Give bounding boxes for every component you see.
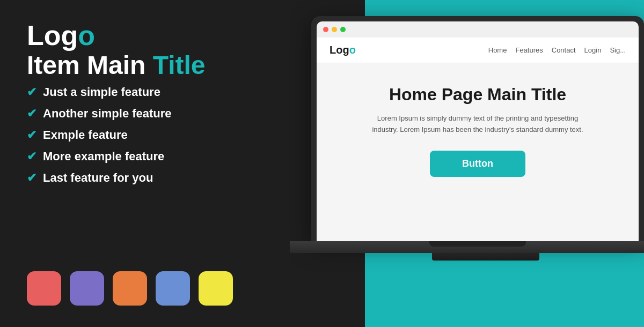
website-cta-button[interactable]: Button xyxy=(430,151,525,177)
nav-contact[interactable]: Contact xyxy=(552,46,576,54)
website-nav-links: Home Features Contact Login Sig... xyxy=(488,46,626,54)
nav-home[interactable]: Home xyxy=(488,46,507,54)
logo-accent: o xyxy=(78,20,95,51)
color-swatches xyxy=(27,271,263,306)
top-content: Logo Item Main Title ✔ Just a simple fea… xyxy=(27,21,263,192)
blue-swatch[interactable] xyxy=(156,271,190,306)
nav-signup[interactable]: Sig... xyxy=(610,46,626,54)
laptop-base xyxy=(290,241,644,253)
website-logo: Logo xyxy=(330,44,356,56)
right-panel: Logo Home Features Contact Login Sig... … xyxy=(290,0,644,327)
title-accent: Title xyxy=(153,51,206,79)
browser-bar xyxy=(317,21,639,38)
browser-dot-green xyxy=(340,27,346,32)
nav-login[interactable]: Login xyxy=(584,46,602,54)
laptop-mockup: Logo Home Features Contact Login Sig... … xyxy=(311,16,644,311)
website-content: Logo Home Features Contact Login Sig... … xyxy=(317,38,639,241)
feature-label: Last feature for you xyxy=(43,171,153,185)
check-icon: ✔ xyxy=(27,85,36,99)
logo-section: Logo Item Main Title xyxy=(27,21,263,80)
website-logo-accent: o xyxy=(349,44,356,56)
orange-swatch[interactable] xyxy=(113,271,147,306)
nav-features[interactable]: Features xyxy=(515,46,543,54)
main-title: Item Main Title xyxy=(27,51,263,80)
list-item: ✔ More example feature xyxy=(27,150,263,164)
yellow-swatch[interactable] xyxy=(199,271,233,306)
laptop-notch xyxy=(429,241,526,247)
feature-label: Another simple feature xyxy=(43,107,172,121)
red-swatch[interactable] xyxy=(27,271,61,306)
feature-label: Just a simple feature xyxy=(43,85,160,99)
laptop-screen-outer: Logo Home Features Contact Login Sig... … xyxy=(311,16,644,241)
list-item: ✔ Just a simple feature xyxy=(27,85,263,99)
website-main: Home Page Main Title Lorem Ipsum is simp… xyxy=(317,63,639,198)
list-item: ✔ Another simple feature xyxy=(27,107,263,121)
left-panel: Logo Item Main Title ✔ Just a simple fea… xyxy=(0,0,290,327)
check-icon: ✔ xyxy=(27,171,36,185)
logo-text: Logo xyxy=(27,21,263,49)
purple-swatch[interactable] xyxy=(70,271,104,306)
browser-dot-yellow xyxy=(332,27,337,32)
list-item: ✔ Exmple feature xyxy=(27,128,263,142)
laptop-stand xyxy=(432,253,539,261)
browser-dot-red xyxy=(323,27,328,32)
check-icon: ✔ xyxy=(27,150,36,164)
features-list: ✔ Just a simple feature ✔ Another simple… xyxy=(27,85,263,185)
laptop-screen-bezel: Logo Home Features Contact Login Sig... … xyxy=(317,21,639,241)
website-nav: Logo Home Features Contact Login Sig... xyxy=(317,38,639,63)
list-item: ✔ Last feature for you xyxy=(27,171,263,185)
check-icon: ✔ xyxy=(27,128,36,142)
website-page-title: Home Page Main Title xyxy=(333,85,623,105)
website-paragraph: Lorem Ipsum is simply dummy text of the … xyxy=(370,113,585,136)
feature-label: Exmple feature xyxy=(43,128,128,142)
check-icon: ✔ xyxy=(27,107,36,121)
feature-label: More example feature xyxy=(43,150,164,164)
